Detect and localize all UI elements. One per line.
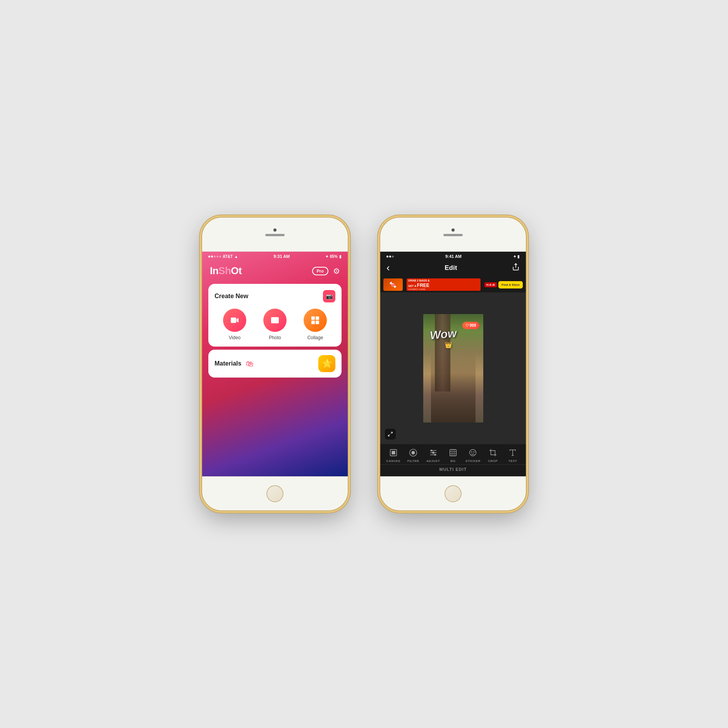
battery-percent: 85% — [330, 254, 338, 259]
wifi-icon: ▲ — [234, 254, 238, 259]
edit-canvas: Wow ♡ 999 👑 — [380, 292, 526, 444]
side-button-power-2[interactable] — [526, 287, 527, 314]
pro-badge[interactable]: Pro — [312, 267, 328, 275]
front-camera — [273, 228, 276, 232]
toolbar-items: CANVAS FILTER — [380, 447, 526, 463]
svg-rect-14 — [391, 451, 395, 454]
phone-2: 9:41 AM ✦ ▮ ‹ Edit — [379, 217, 527, 511]
time-label: 9:31 AM — [274, 254, 290, 259]
multi-edit-label: MULTI EDIT — [440, 467, 467, 472]
speaker-2 — [443, 234, 463, 236]
edit-signal — [386, 256, 394, 258]
svg-point-28 — [470, 450, 476, 456]
ad-cta: H-E-B Find A Store — [484, 281, 523, 288]
svg-point-29 — [471, 452, 472, 453]
bt-icon: ✦ — [513, 254, 516, 259]
svg-rect-23 — [450, 450, 457, 456]
canvas-label: CANVAS — [386, 459, 400, 463]
toolbar-sticker[interactable]: STICKER — [464, 447, 481, 463]
photo-icon — [270, 316, 280, 325]
battery-icon: ▮ — [339, 254, 342, 259]
gear-icon[interactable]: ⚙ — [333, 266, 340, 276]
find-store-button[interactable]: Find A Store — [498, 281, 523, 288]
bag-icon: 🛍 — [246, 359, 254, 368]
speaker — [265, 234, 285, 236]
video-button[interactable]: Video — [223, 309, 246, 340]
svg-rect-8 — [316, 321, 319, 324]
ad-text-block: GRAB 2 BAGS & GET A FREE HASBRO GAME — [407, 278, 481, 290]
expand-icon — [388, 431, 393, 437]
ad-banner[interactable]: 🍬 GRAB 2 BAGS & GET A FREE HASBRO GAME H… — [380, 277, 526, 292]
header-icons: Pro ⚙ — [312, 266, 340, 276]
adjust-label: ADJUST — [426, 459, 440, 463]
heart-count: 999 — [470, 323, 476, 328]
side-button-power[interactable] — [348, 287, 349, 314]
camera-icon-btn[interactable]: 📷 — [323, 290, 335, 302]
materials-card: Materials 🛍 ⭐ — [208, 350, 342, 378]
create-buttons: Video Photo — [215, 309, 335, 340]
photo-circle — [263, 309, 287, 332]
svg-point-22 — [434, 454, 436, 456]
side-button-mute-2[interactable] — [379, 264, 380, 276]
wedding-photo: Wow ♡ 999 👑 — [423, 314, 483, 422]
toolbar-canvas[interactable]: CANVAS — [385, 447, 402, 463]
side-button-mute[interactable] — [201, 264, 202, 276]
photo-container[interactable]: Wow ♡ 999 👑 — [423, 314, 483, 422]
side-button-vol-up[interactable] — [201, 282, 202, 301]
create-new-card: Create New 📷 Video — [208, 284, 342, 347]
side-button-vol-down[interactable] — [201, 306, 202, 325]
svg-rect-0 — [231, 318, 236, 323]
dot2 — [211, 256, 213, 258]
expand-button[interactable] — [385, 429, 396, 440]
dot4 — [216, 256, 218, 258]
adjust-svg — [429, 448, 438, 457]
bg-svg — [449, 448, 457, 457]
home-button[interactable] — [266, 485, 283, 502]
crop-label: CROP — [488, 459, 498, 463]
dot3 — [214, 256, 216, 258]
signal-dots — [208, 256, 221, 258]
svg-text:Wow: Wow — [429, 326, 458, 342]
front-camera-2 — [452, 228, 455, 232]
share-button[interactable] — [512, 263, 520, 273]
multi-edit-bar[interactable]: MULTI EDIT — [380, 464, 526, 475]
toolbar-filter[interactable]: FILTER — [405, 447, 422, 463]
side-button-vol-down-2[interactable] — [379, 306, 380, 325]
svg-point-18 — [432, 452, 434, 454]
side-button-vol-up-2[interactable] — [379, 282, 380, 301]
dot1 — [208, 256, 210, 258]
toolbar-bg[interactable]: BG — [445, 447, 462, 463]
toolbar-text[interactable]: TEXT — [504, 447, 521, 463]
toolbar-crop[interactable]: CROP — [484, 447, 501, 463]
collage-label: Collage — [307, 335, 323, 340]
svg-point-4 — [277, 318, 278, 319]
ad-image: 🍬 — [383, 278, 403, 291]
canvas-svg — [389, 448, 398, 457]
s1 — [386, 256, 388, 258]
home-button-2[interactable] — [445, 485, 462, 502]
s2 — [389, 256, 391, 258]
ad-line1: GRAB 2 BAGS & — [408, 279, 479, 282]
free-text: FREE — [417, 283, 429, 288]
svg-rect-6 — [316, 316, 319, 320]
video-icon — [230, 316, 239, 325]
toolbar-adjust[interactable]: ADJUST — [425, 447, 442, 463]
text-icon — [507, 447, 518, 458]
text-label: TEXT — [508, 459, 517, 463]
back-button[interactable]: ‹ — [386, 262, 390, 274]
adjust-icon — [428, 447, 439, 458]
heart-sticker[interactable]: ♡ 999 — [462, 322, 479, 329]
photo-button[interactable]: Photo — [263, 309, 287, 340]
crop-icon — [488, 447, 498, 458]
battery-edit: ▮ — [517, 254, 520, 259]
sticker-label: STICKER — [465, 459, 481, 463]
filter-svg — [409, 448, 417, 457]
phone-1: AT&T ▲ 9:31 AM ✦ 85% ▮ InShOt Pro ⚙ — [201, 217, 349, 511]
text-svg — [508, 448, 517, 457]
svg-point-3 — [273, 319, 276, 322]
collage-button[interactable]: Collage — [304, 309, 327, 340]
filter-icon — [408, 447, 419, 458]
star-button[interactable]: ⭐ — [318, 355, 335, 372]
status-right: ✦ 85% ▮ — [325, 254, 342, 259]
crown-sticker[interactable]: 👑 — [445, 341, 452, 349]
